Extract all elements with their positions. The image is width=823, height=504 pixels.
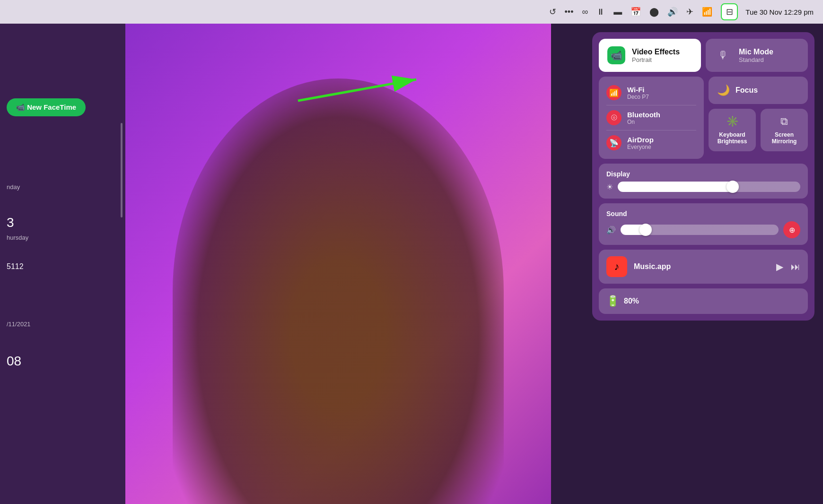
video-effects-title: Video Effects <box>632 48 680 56</box>
video-effects-text: Video Effects Portrait <box>632 48 680 63</box>
music-app-icon: ♪ <box>606 256 627 277</box>
bluetooth-text: Bluetooth On <box>627 111 660 125</box>
airdrop-name: AirDrop <box>627 136 654 144</box>
display-slider-thumb[interactable] <box>727 181 739 193</box>
forward-button[interactable]: ⏭ <box>791 261 800 272</box>
mic-mode-tile[interactable]: 🎙 Mic Mode Standard <box>706 39 808 72</box>
sidebar-phone: 5112 <box>7 262 24 271</box>
control-center: 📹 Video Effects Portrait 🎙 Mic Mode Stan… <box>592 32 814 321</box>
bluetooth-item[interactable]: ⦾ Bluetooth On <box>606 107 696 128</box>
music-section: ♪ Music.app ▶ ⏭ <box>599 250 808 284</box>
toggle-icon[interactable]: ⬤ <box>649 7 659 17</box>
display-slider-row: ☀ <box>606 182 800 192</box>
wifi-menubar-icon[interactable]: 📶 <box>702 7 712 17</box>
volume-icon[interactable]: 🔊 <box>667 7 678 17</box>
airdrop-text: AirDrop Everyone <box>627 136 654 150</box>
display-section: Display ☀ <box>599 164 808 199</box>
divider-2 <box>606 130 696 130</box>
svg-line-1 <box>298 79 416 101</box>
battery-icon: 🔋 <box>606 295 619 307</box>
display-slider[interactable] <box>618 182 800 192</box>
airdrop-item[interactable]: 📡 AirDrop Everyone <box>606 132 696 153</box>
focus-icon: 🌙 <box>717 84 730 96</box>
sidebar-scrollbar[interactable] <box>121 123 123 217</box>
history-icon[interactable]: ↺ <box>549 7 556 17</box>
wifi-text: Wi-Fi Deco P7 <box>627 86 649 100</box>
bluetooth-name: Bluetooth <box>627 111 660 119</box>
camera-icon: 📹 <box>611 50 622 61</box>
keyboard-brightness-tile[interactable]: ✳️ Keyboard Brightness <box>709 109 756 151</box>
music-controls: ▶ ⏭ <box>776 261 800 272</box>
pause-icon[interactable]: ⏸ <box>596 7 605 17</box>
screen-mirroring-icon: ⧉ <box>780 115 788 128</box>
keyboard-brightness-icon: ✳️ <box>726 115 739 128</box>
display-label: Display <box>606 170 800 178</box>
battery-section: 🔋 80% <box>599 288 808 314</box>
sound-slider-thumb[interactable] <box>639 224 652 236</box>
wifi-name: Wi-Fi <box>627 86 649 94</box>
bluetooth-status: On <box>627 119 660 125</box>
screen-mirroring-label: Screen Mirroring <box>765 131 803 145</box>
calendar-icon[interactable]: 📅 <box>630 7 641 17</box>
wifi-item[interactable]: 📶 Wi-Fi Deco P7 <box>606 82 696 103</box>
infinity-icon[interactable]: ∞ <box>582 7 588 17</box>
play-button[interactable]: ▶ <box>776 261 783 272</box>
menubar-icons: ↺ ••• ∞ ⏸ ▬ 📅 ⬤ 🔊 ✈ 📶 ⊟ <box>549 3 738 20</box>
mic-mode-text: Mic Mode Standard <box>739 48 773 63</box>
keyboard-brightness-label: Keyboard Brightness <box>713 131 751 145</box>
airdrop-status: Everyone <box>627 144 654 150</box>
cursor-icon[interactable]: ✈ <box>686 7 693 17</box>
ellipsis-icon[interactable]: ••• <box>565 7 574 17</box>
music-app-name: Music.app <box>634 262 770 271</box>
small-tiles: ✳️ Keyboard Brightness ⧉ Screen Mirrorin… <box>709 109 808 151</box>
new-facetime-button[interactable]: 📹 New FaceTime <box>7 98 86 116</box>
wifi-icon: 📶 <box>606 85 622 100</box>
mic-mode-title: Mic Mode <box>739 48 773 56</box>
wifi-network: Deco P7 <box>627 94 649 100</box>
sidebar-num2: 08 <box>7 354 21 369</box>
video-effects-tile[interactable]: 📹 Video Effects Portrait <box>599 39 701 72</box>
left-panel: 📹 New FaceTime nday 3 hursday 5112 /11/2… <box>0 24 125 504</box>
sound-section: Sound 🔊 ⊕ <box>599 203 808 245</box>
minus-box-icon[interactable]: ▬ <box>613 7 622 17</box>
network-tile[interactable]: 📶 Wi-Fi Deco P7 ⦾ Bluetooth On 📡 AirDrop <box>599 77 704 159</box>
focus-label: Focus <box>735 86 758 95</box>
top-row: 📹 Video Effects Portrait 🎙 Mic Mode Stan… <box>599 39 808 72</box>
screen-mirroring-tile[interactable]: ⧉ Screen Mirroring <box>761 109 808 151</box>
sidebar-day: nday <box>7 183 20 191</box>
bluetooth-icon: ⦾ <box>606 110 622 125</box>
middle-row: 📶 Wi-Fi Deco P7 ⦾ Bluetooth On 📡 AirDrop <box>599 77 808 159</box>
battery-percent: 80% <box>624 297 639 305</box>
sound-slider[interactable] <box>621 225 779 235</box>
focus-tile[interactable]: 🌙 Focus <box>709 77 808 104</box>
menubar: ↺ ••• ∞ ⏸ ▬ 📅 ⬤ 🔊 ✈ 📶 ⊟ Tue 30 Nov 12:29… <box>0 0 823 24</box>
mic-mode-subtitle: Standard <box>739 56 773 63</box>
mic-mode-icon: 🎙 <box>714 46 732 64</box>
sound-icon: 🔊 <box>606 226 616 235</box>
menubar-time: Tue 30 Nov 12:29 pm <box>745 8 814 16</box>
video-effects-subtitle: Portrait <box>632 56 680 63</box>
person-silhouette <box>173 78 504 504</box>
sidebar-weekday: hursday <box>7 234 28 241</box>
video-effects-icon: 📹 <box>607 46 625 64</box>
sound-slider-row: 🔊 ⊕ <box>606 221 800 238</box>
airdrop-icon: 📡 <box>606 135 622 150</box>
sound-label: Sound <box>606 210 800 217</box>
brightness-icon: ☀ <box>606 182 613 191</box>
divider-1 <box>606 105 696 105</box>
control-center-icon[interactable]: ⊟ <box>721 3 738 20</box>
green-arrow <box>293 70 435 108</box>
airplay-button[interactable]: ⊕ <box>783 221 800 238</box>
sidebar-num: 3 <box>7 215 14 230</box>
right-col: 🌙 Focus ✳️ Keyboard Brightness ⧉ Screen … <box>709 77 808 159</box>
sidebar-year: /11/2021 <box>7 321 31 328</box>
